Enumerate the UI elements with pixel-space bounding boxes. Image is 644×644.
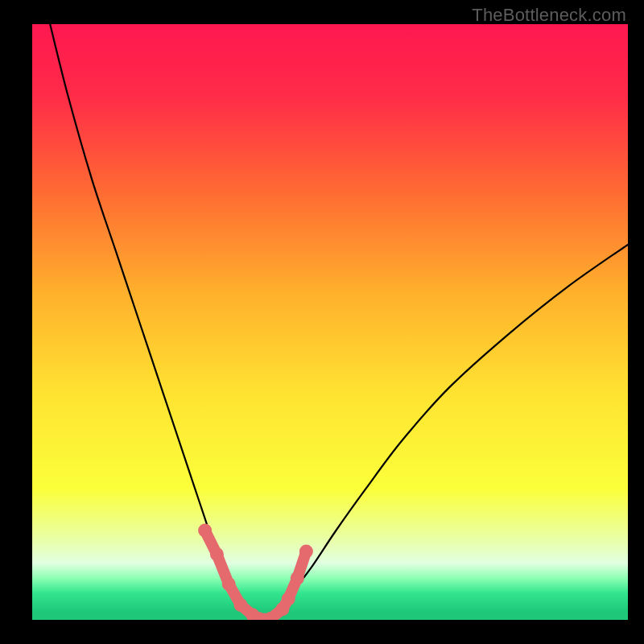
highlight-segment [205,530,307,620]
highlight-dot [198,524,212,538]
highlight-dot [291,572,304,585]
watermark-text: TheBottleneck.com [472,5,626,26]
plot-area [32,24,628,620]
highlight-dot [299,544,313,558]
curve-layer [32,24,628,620]
bottleneck-curve [50,24,628,620]
highlight-points [198,524,313,621]
highlight-dot [234,598,248,612]
chart-frame: TheBottleneck.com [0,0,644,644]
highlight-dot [282,592,295,606]
highlight-dot [210,547,224,561]
highlight-dot [222,577,236,591]
